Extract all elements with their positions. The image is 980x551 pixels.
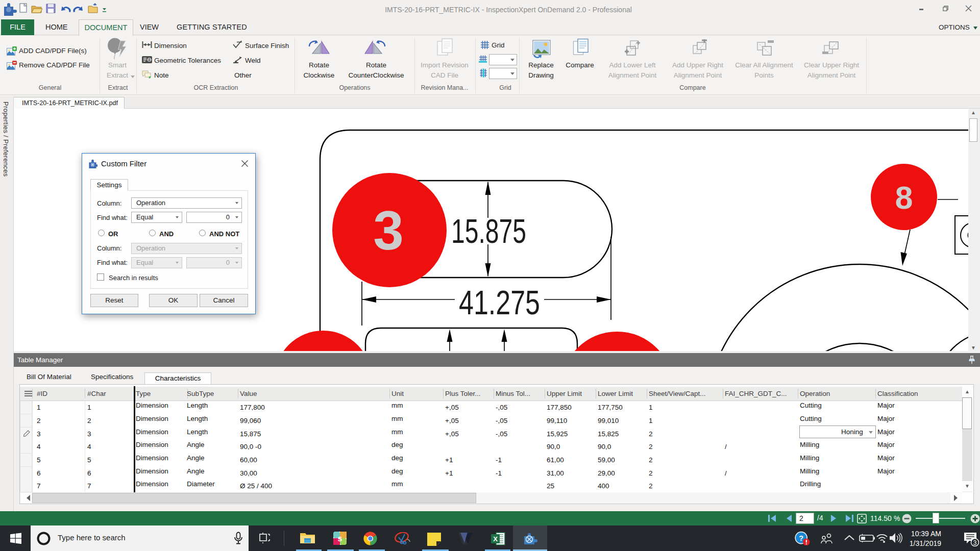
svg-text:3: 3 <box>973 539 977 546</box>
svg-text:3: 3 <box>373 200 404 261</box>
svg-text:41.275: 41.275 <box>459 284 540 321</box>
svg-text:15.875: 15.875 <box>451 212 526 250</box>
svg-text:8: 8 <box>895 180 913 215</box>
svg-text:?: ? <box>799 534 803 542</box>
svg-text:s: s <box>338 534 342 543</box>
svg-text:X: X <box>493 535 498 543</box>
